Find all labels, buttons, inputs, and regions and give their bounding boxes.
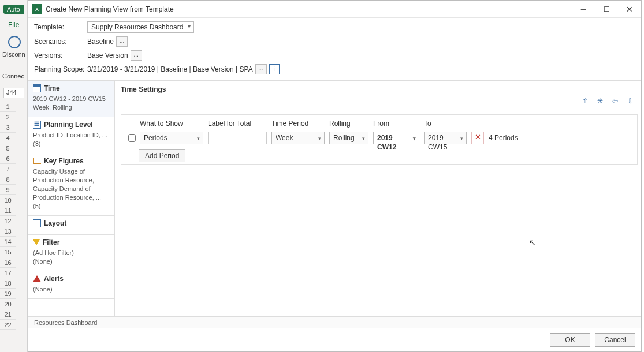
dialog-footer: OK Cancel: [28, 328, 641, 351]
row-header[interactable]: 17: [0, 268, 16, 278]
panel-title: Time Settings: [121, 85, 638, 93]
sidebar-key-line1: Capacity Usage of Production Resource, C…: [33, 167, 110, 211]
col-count: [486, 117, 635, 130]
level-icon: [33, 121, 41, 129]
cancel-button[interactable]: Cancel: [595, 333, 635, 347]
what-to-show-select[interactable]: Periods: [140, 132, 203, 144]
sidebar-level-line1: Product ID, Location ID, ...: [33, 131, 110, 140]
template-label: Template:: [34, 23, 87, 31]
col-time-period: Time Period: [269, 117, 327, 130]
sidebar-item-planning-level[interactable]: Planning Level Product ID, Location ID, …: [28, 117, 114, 153]
row-select-checkbox[interactable]: [128, 134, 136, 142]
col-to: To: [422, 117, 469, 130]
row-header[interactable]: 18: [0, 278, 16, 289]
sidebar-filter-line1: (Ad Hoc Filter): [33, 249, 110, 257]
disconnect-label: Disconn: [2, 51, 25, 58]
versions-value: Base Version: [87, 51, 128, 59]
rolling-select[interactable]: Rolling: [329, 132, 368, 144]
row-toolbar: ⇧ ✳ ⇦ ⇩: [579, 95, 636, 107]
table-row: Periods Week Rolling 2019 CW12 2019 CW15…: [124, 130, 635, 146]
minimize-button[interactable]: ─: [572, 1, 595, 17]
sidebar-level-line2: (3): [33, 140, 110, 148]
scope-value: 3/21/2019 - 3/21/2019 | Baseline | Base …: [87, 65, 253, 73]
sidebar-item-alerts[interactable]: Alerts (None): [28, 271, 114, 299]
excel-row-headers: 12345678910111213141516171819202122: [0, 102, 16, 330]
period-count-label: 4 Periods: [489, 134, 518, 142]
header-settings: Template: Supply Resources Dashboard Sce…: [28, 18, 641, 80]
row-header[interactable]: 2: [0, 112, 16, 122]
row-header[interactable]: 12: [0, 216, 16, 226]
col-rolling: Rolling: [327, 117, 371, 130]
row-header[interactable]: 20: [0, 299, 16, 309]
sheet-tab[interactable]: Resources Dashboard: [28, 316, 641, 328]
sidebar-layout-title: Layout: [44, 219, 66, 227]
dialog-title: Create New Planning View from Template: [46, 5, 572, 13]
template-select[interactable]: Supply Resources Dashboard: [87, 21, 194, 33]
col-what-to-show: What to Show: [137, 117, 206, 130]
row-header[interactable]: 1: [0, 102, 16, 112]
sidebar-item-filter[interactable]: Filter (Ad Hoc Filter) (None): [28, 235, 114, 271]
col-label-total: Label for Total: [206, 117, 269, 130]
row-header[interactable]: 7: [0, 164, 16, 174]
row-header[interactable]: 21: [0, 309, 16, 320]
sidebar-filter-title: Filter: [43, 238, 59, 246]
sidebar-key-title: Key Figures: [44, 157, 84, 165]
row-header[interactable]: 6: [0, 153, 16, 164]
key-figures-icon: [33, 158, 41, 164]
row-header[interactable]: 16: [0, 257, 16, 268]
add-period-button[interactable]: Add Period: [139, 149, 185, 162]
delete-row-button[interactable]: ✕: [471, 132, 484, 144]
scope-info-button[interactable]: i: [269, 64, 280, 74]
sidebar-alerts-line1: (None): [33, 285, 110, 294]
sidebar-item-key-figures[interactable]: Key Figures Capacity Usage of Production…: [28, 153, 114, 216]
row-header[interactable]: 14: [0, 237, 16, 247]
time-settings-panel: Time Settings ⇧ ✳ ⇦ ⇩ What to Show: [115, 81, 641, 316]
disconnect-icon[interactable]: [8, 36, 21, 48]
close-button[interactable]: ✕: [618, 1, 641, 17]
from-select[interactable]: 2019 CW12: [373, 132, 419, 144]
dialog-titlebar: X Create New Planning View from Template…: [28, 1, 641, 18]
nav-sidebar: Time 2019 CW12 - 2019 CW15 Week, Rolling…: [28, 81, 115, 316]
calendar-icon: [33, 84, 41, 92]
sidebar-time-line1: 2019 CW12 - 2019 CW15: [33, 95, 110, 103]
file-tab[interactable]: File: [8, 21, 19, 29]
time-grid: What to Show Label for Total Time Period…: [121, 114, 638, 165]
excel-name-box[interactable]: J44: [3, 88, 24, 98]
row-header[interactable]: 22: [0, 320, 16, 330]
versions-browse-button[interactable]: ...: [131, 50, 142, 61]
scenarios-browse-button[interactable]: ...: [116, 36, 128, 47]
row-header[interactable]: 15: [0, 247, 16, 257]
row-header[interactable]: 8: [0, 174, 16, 185]
sidebar-alerts-title: Alerts: [44, 275, 64, 283]
move-top-button[interactable]: ⇧: [579, 95, 591, 107]
move-down-button[interactable]: ⇩: [624, 95, 636, 107]
sidebar-item-time[interactable]: Time 2019 CW12 - 2019 CW15 Week, Rolling: [28, 81, 114, 117]
time-period-select[interactable]: Week: [271, 132, 325, 144]
sidebar-time-title: Time: [44, 84, 60, 92]
row-header[interactable]: 4: [0, 133, 16, 143]
alerts-icon: [33, 275, 41, 282]
ok-button[interactable]: OK: [550, 333, 590, 347]
mouse-cursor-icon: ↖: [529, 238, 536, 247]
reset-button[interactable]: ✳: [594, 95, 606, 107]
row-header[interactable]: 3: [0, 122, 16, 133]
planning-view-dialog: X Create New Planning View from Template…: [28, 0, 642, 352]
row-header[interactable]: 13: [0, 226, 16, 237]
move-up-button[interactable]: ⇦: [609, 95, 621, 107]
row-header[interactable]: 19: [0, 289, 16, 299]
scenarios-value: Baseline: [87, 38, 114, 46]
row-header[interactable]: 10: [0, 195, 16, 205]
row-header[interactable]: 5: [0, 143, 16, 153]
row-header[interactable]: 11: [0, 205, 16, 216]
label-total-input[interactable]: [208, 132, 267, 144]
scenarios-label: Scenarios:: [34, 38, 87, 46]
to-select[interactable]: 2019 CW15: [424, 132, 467, 144]
versions-label: Versions:: [34, 51, 87, 59]
filter-icon: [33, 239, 40, 245]
excel-logo-icon: X: [32, 4, 42, 14]
scope-browse-button[interactable]: ...: [255, 64, 267, 74]
maximize-button[interactable]: ☐: [595, 1, 618, 17]
sidebar-level-title: Planning Level: [44, 121, 93, 129]
row-header[interactable]: 9: [0, 185, 16, 195]
sidebar-item-layout[interactable]: Layout: [28, 216, 114, 235]
